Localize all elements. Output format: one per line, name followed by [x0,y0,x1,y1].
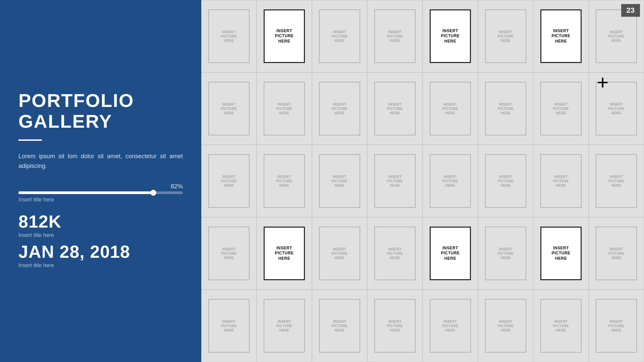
pic-cell-r2-c5[interactable]: INSERTPICTUREHERE [423,72,478,145]
pic-placeholder: INSERTPICTUREHERE [596,227,637,281]
pic-placeholder: INSERTPICTUREHERE [208,154,249,208]
pic-placeholder: INSERTPICTUREHERE [485,227,526,281]
pic-cell-r1-c7[interactable]: INSERTPICTUREHERE [533,0,589,72]
pic-cell-r1-c6[interactable]: INSERTPICTUREHERE [478,0,533,72]
pic-cell-r5-c8[interactable]: INSERTPICTUREHERE [589,290,644,362]
pic-cell-r4-c6[interactable]: INSERTPICTUREHERE [478,217,533,290]
pic-cell-r2-c1[interactable]: INSERTPICTUREHERE [201,72,257,145]
pic-placeholder: INSERTPICTUREHERE [596,82,637,136]
progress-block: 82% Insert title here [18,183,183,205]
pic-placeholder: INSERTPICTUREHERE [596,9,637,63]
pic-cell-r5-c4[interactable]: INSERTPICTUREHERE [367,290,423,362]
gallery-panel: 23 + INSERTPICTUREHERE INSERTPICTUREHERE… [201,0,644,362]
pic-placeholder: INSERTPICTUREHERE [319,82,360,136]
page-number: 23 [621,4,640,17]
pic-placeholder-featured: INSERTPICTUREHERE [264,9,305,63]
pic-placeholder-featured: INSERTPICTUREHERE [264,227,305,281]
stat-date-block: JAN 28, 2018 Insert title here [18,242,183,270]
pic-cell-r3-c5[interactable]: INSERTPICTUREHERE [423,145,478,217]
stat-number: 812K [18,212,183,232]
pic-cell-r1-c3[interactable]: INSERTPICTUREHERE [312,0,367,72]
pic-placeholder-featured: INSERTPICTUREHERE [430,9,471,63]
pic-cell-r5-c5[interactable]: INSERTPICTUREHERE [423,290,478,362]
pic-placeholder: INSERTPICTUREHERE [485,9,526,63]
pic-cell-r1-c4[interactable]: INSERTPICTUREHERE [367,0,423,72]
pic-placeholder: INSERTPICTUREHERE [319,9,360,63]
pic-placeholder: INSERTPICTUREHERE [208,227,249,281]
pic-placeholder: INSERTPICTUREHERE [208,9,249,63]
pic-placeholder: INSERTPICTUREHERE [319,299,360,353]
pic-cell-r5-c7[interactable]: INSERTPICTUREHERE [533,290,589,362]
pic-placeholder: INSERTPICTUREHERE [485,154,526,208]
pic-cell-r1-c1[interactable]: INSERTPICTUREHERE [201,0,257,72]
pic-placeholder-featured: INSERTPICTUREHERE [430,227,471,281]
pic-cell-r4-c7[interactable]: INSERTPICTUREHERE [533,217,589,290]
pic-cell-r3-c8[interactable]: INSERTPICTUREHERE [589,145,644,217]
pic-cell-r3-c6[interactable]: INSERTPICTUREHERE [478,145,533,217]
pic-placeholder: INSERTPICTUREHERE [374,227,415,281]
pic-placeholder: INSERTPICTUREHERE [485,82,526,136]
pic-placeholder: INSERTPICTUREHERE [430,154,471,208]
pic-placeholder: INSERTPICTUREHERE [374,154,415,208]
pic-placeholder: INSERTPICTUREHERE [596,299,637,353]
stat-date-label: Insert title here [18,262,183,268]
pic-cell-r3-c1[interactable]: INSERTPICTUREHERE [201,145,257,217]
pic-placeholder: INSERTPICTUREHERE [485,299,526,353]
pic-placeholder: INSERTPICTUREHERE [374,82,415,136]
pic-cell-r4-c2[interactable]: INSERTPICTUREHERE [257,217,312,290]
pic-placeholder: INSERTPICTUREHERE [540,154,581,208]
description-text: Lorem ipsum sit lom dolor sit amet, cons… [18,152,183,171]
pic-placeholder: INSERTPICTUREHERE [208,299,249,353]
progress-handle[interactable] [150,190,156,196]
pic-placeholder-featured: INSERTPICTUREHERE [540,9,581,63]
pic-cell-r2-c3[interactable]: INSERTPICTUREHERE [312,72,367,145]
pic-placeholder: INSERTPICTUREHERE [374,299,415,353]
pic-cell-r2-c7[interactable]: INSERTPICTUREHERE [533,72,589,145]
pic-placeholder: INSERTPICTUREHERE [264,82,305,136]
pic-cell-r2-c4[interactable]: INSERTPICTUREHERE [367,72,423,145]
pic-cell-r5-c3[interactable]: INSERTPICTUREHERE [312,290,367,362]
pic-placeholder: INSERTPICTUREHERE [264,154,305,208]
pic-placeholder: INSERTPICTUREHERE [596,154,637,208]
pic-placeholder: INSERTPICTUREHERE [430,299,471,353]
progress-label: Insert title here [18,197,183,203]
pic-cell-r2-c6[interactable]: INSERTPICTUREHERE [478,72,533,145]
pic-placeholder: INSERTPICTUREHERE [374,9,415,63]
pic-cell-r4-c8[interactable]: INSERTPICTUREHERE [589,217,644,290]
gallery-grid: INSERTPICTUREHERE INSERTPICTUREHERE INSE… [201,0,644,362]
slide-title: PORTFOLIO GALLERY [18,90,183,131]
pic-cell-r5-c1[interactable]: INSERTPICTUREHERE [201,290,257,362]
stat-date: JAN 28, 2018 [18,242,183,262]
pic-cell-r1-c2[interactable]: INSERTPICTUREHERE [257,0,312,72]
left-panel: PORTFOLIO GALLERY Lorem ipsum sit lom do… [0,0,201,362]
pic-placeholder: INSERTPICTUREHERE [430,82,471,136]
stat-number-label: Insert title here [18,232,183,238]
pic-placeholder-featured: INSERTPICTUREHERE [540,227,581,281]
pic-placeholder: INSERTPICTUREHERE [540,299,581,353]
pic-cell-r3-c4[interactable]: INSERTPICTUREHERE [367,145,423,217]
pic-cell-r4-c4[interactable]: INSERTPICTUREHERE [367,217,423,290]
slide-container: PORTFOLIO GALLERY Lorem ipsum sit lom do… [0,0,644,362]
stat-number-block: 812K Insert title here [18,212,183,240]
pic-cell-r1-c5[interactable]: INSERTPICTUREHERE [423,0,478,72]
pic-cell-r5-c2[interactable]: INSERTPICTUREHERE [257,290,312,362]
pic-placeholder: INSERTPICTUREHERE [319,154,360,208]
pic-placeholder: INSERTPICTUREHERE [208,82,249,136]
pic-placeholder: INSERTPICTUREHERE [319,227,360,281]
pic-cell-r3-c7[interactable]: INSERTPICTUREHERE [533,145,589,217]
pic-cell-r4-c5[interactable]: INSERTPICTUREHERE [423,217,478,290]
pic-cell-r3-c3[interactable]: INSERTPICTUREHERE [312,145,367,217]
progress-bar-fill [18,191,153,194]
pic-cell-r4-c3[interactable]: INSERTPICTUREHERE [312,217,367,290]
progress-percent-label: 82% [18,183,183,190]
progress-bar-track[interactable] [18,191,183,194]
pic-placeholder: INSERTPICTUREHERE [540,82,581,136]
pic-placeholder: INSERTPICTUREHERE [264,299,305,353]
pic-cell-r5-c6[interactable]: INSERTPICTUREHERE [478,290,533,362]
pic-cell-r2-c8[interactable]: INSERTPICTUREHERE [589,72,644,145]
pic-cell-r3-c2[interactable]: INSERTPICTUREHERE [257,145,312,217]
pic-cell-r4-c1[interactable]: INSERTPICTUREHERE [201,217,257,290]
title-divider [18,139,42,141]
pic-cell-r2-c2[interactable]: INSERTPICTUREHERE [257,72,312,145]
